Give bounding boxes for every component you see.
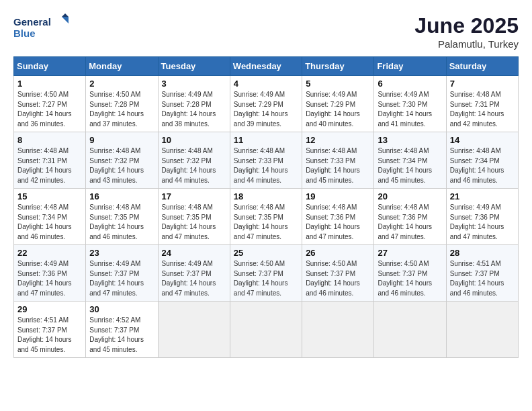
day-number: 5 xyxy=(306,79,370,89)
calendar-cell: 26 Sunrise: 4:50 AM Sunset: 7:37 PM Dayl… xyxy=(302,245,374,302)
day-info: Sunrise: 4:49 AM Sunset: 7:29 PM Dayligh… xyxy=(234,90,298,129)
location-subtitle: Palamutlu, Turkey xyxy=(414,38,519,50)
day-info: Sunrise: 4:48 AM Sunset: 7:34 PM Dayligh… xyxy=(450,146,515,185)
calendar-cell: 2 Sunrise: 4:50 AM Sunset: 7:28 PM Dayli… xyxy=(86,76,158,132)
logo: General Blue xyxy=(13,13,74,44)
day-info: Sunrise: 4:49 AM Sunset: 7:36 PM Dayligh… xyxy=(17,259,82,298)
calendar-cell: 8 Sunrise: 4:48 AM Sunset: 7:31 PM Dayli… xyxy=(14,132,86,189)
day-number: 1 xyxy=(17,79,82,89)
calendar-cell xyxy=(230,302,302,358)
day-info: Sunrise: 4:49 AM Sunset: 7:30 PM Dayligh… xyxy=(378,90,442,129)
calendar-cell: 18 Sunrise: 4:48 AM Sunset: 7:35 PM Dayl… xyxy=(230,189,302,245)
calendar-cell: 27 Sunrise: 4:50 AM Sunset: 7:37 PM Dayl… xyxy=(374,245,446,302)
day-info: Sunrise: 4:50 AM Sunset: 7:27 PM Dayligh… xyxy=(17,90,82,129)
page-header: General Blue June 2025 Palamutlu, Turkey xyxy=(13,13,519,50)
day-header: Wednesday xyxy=(230,57,302,76)
svg-text:Blue: Blue xyxy=(13,28,36,39)
day-number: 14 xyxy=(450,135,515,145)
calendar-cell: 13 Sunrise: 4:48 AM Sunset: 7:34 PM Dayl… xyxy=(374,132,446,189)
day-number: 12 xyxy=(306,135,370,145)
calendar-cell: 10 Sunrise: 4:48 AM Sunset: 7:32 PM Dayl… xyxy=(158,132,230,189)
calendar-cell: 14 Sunrise: 4:48 AM Sunset: 7:34 PM Dayl… xyxy=(446,132,518,189)
day-number: 13 xyxy=(378,135,442,145)
svg-marker-3 xyxy=(62,13,69,17)
day-number: 19 xyxy=(306,191,370,201)
day-info: Sunrise: 4:50 AM Sunset: 7:28 PM Dayligh… xyxy=(89,90,154,129)
day-info: Sunrise: 4:49 AM Sunset: 7:28 PM Dayligh… xyxy=(162,90,226,129)
day-number: 2 xyxy=(89,79,154,89)
day-number: 28 xyxy=(450,248,515,258)
day-number: 30 xyxy=(89,304,154,314)
day-info: Sunrise: 4:48 AM Sunset: 7:34 PM Dayligh… xyxy=(17,203,82,242)
day-info: Sunrise: 4:51 AM Sunset: 7:37 PM Dayligh… xyxy=(450,259,515,298)
calendar-cell: 22 Sunrise: 4:49 AM Sunset: 7:36 PM Dayl… xyxy=(14,245,86,302)
logo-svg: General Blue xyxy=(13,13,74,44)
calendar-cell: 21 Sunrise: 4:49 AM Sunset: 7:36 PM Dayl… xyxy=(446,189,518,245)
calendar-cell xyxy=(158,302,230,358)
day-number: 6 xyxy=(378,79,442,89)
day-info: Sunrise: 4:52 AM Sunset: 7:37 PM Dayligh… xyxy=(89,316,154,355)
calendar-cell xyxy=(446,302,518,358)
day-info: Sunrise: 4:48 AM Sunset: 7:32 PM Dayligh… xyxy=(162,146,226,185)
day-header: Thursday xyxy=(302,57,374,76)
calendar-cell: 6 Sunrise: 4:49 AM Sunset: 7:30 PM Dayli… xyxy=(374,76,446,132)
day-info: Sunrise: 4:48 AM Sunset: 7:35 PM Dayligh… xyxy=(234,203,298,242)
day-info: Sunrise: 4:50 AM Sunset: 7:37 PM Dayligh… xyxy=(306,259,370,298)
calendar-cell: 12 Sunrise: 4:48 AM Sunset: 7:33 PM Dayl… xyxy=(302,132,374,189)
day-number: 10 xyxy=(162,135,226,145)
calendar-cell: 15 Sunrise: 4:48 AM Sunset: 7:34 PM Dayl… xyxy=(14,189,86,245)
day-info: Sunrise: 4:48 AM Sunset: 7:36 PM Dayligh… xyxy=(378,203,442,242)
day-info: Sunrise: 4:50 AM Sunset: 7:37 PM Dayligh… xyxy=(234,259,298,298)
calendar-cell: 19 Sunrise: 4:48 AM Sunset: 7:36 PM Dayl… xyxy=(302,189,374,245)
day-number: 23 xyxy=(89,248,154,258)
day-number: 4 xyxy=(234,79,298,89)
day-number: 18 xyxy=(234,191,298,201)
day-number: 20 xyxy=(378,191,442,201)
calendar-cell: 23 Sunrise: 4:49 AM Sunset: 7:37 PM Dayl… xyxy=(86,245,158,302)
day-number: 9 xyxy=(89,135,154,145)
calendar-cell: 17 Sunrise: 4:48 AM Sunset: 7:35 PM Dayl… xyxy=(158,189,230,245)
day-number: 25 xyxy=(234,248,298,258)
day-header: Saturday xyxy=(446,57,518,76)
day-number: 22 xyxy=(17,248,82,258)
calendar-cell: 24 Sunrise: 4:49 AM Sunset: 7:37 PM Dayl… xyxy=(158,245,230,302)
day-info: Sunrise: 4:48 AM Sunset: 7:33 PM Dayligh… xyxy=(306,146,370,185)
day-number: 3 xyxy=(162,79,226,89)
day-info: Sunrise: 4:48 AM Sunset: 7:35 PM Dayligh… xyxy=(89,203,154,242)
day-info: Sunrise: 4:49 AM Sunset: 7:29 PM Dayligh… xyxy=(306,90,370,129)
calendar-cell: 5 Sunrise: 4:49 AM Sunset: 7:29 PM Dayli… xyxy=(302,76,374,132)
calendar-cell: 16 Sunrise: 4:48 AM Sunset: 7:35 PM Dayl… xyxy=(86,189,158,245)
calendar-cell xyxy=(374,302,446,358)
day-info: Sunrise: 4:48 AM Sunset: 7:36 PM Dayligh… xyxy=(306,203,370,242)
day-number: 8 xyxy=(17,135,82,145)
day-info: Sunrise: 4:50 AM Sunset: 7:37 PM Dayligh… xyxy=(378,259,442,298)
calendar-cell: 9 Sunrise: 4:48 AM Sunset: 7:32 PM Dayli… xyxy=(86,132,158,189)
calendar-cell: 29 Sunrise: 4:51 AM Sunset: 7:37 PM Dayl… xyxy=(14,302,86,358)
day-number: 26 xyxy=(306,248,370,258)
day-info: Sunrise: 4:48 AM Sunset: 7:31 PM Dayligh… xyxy=(17,146,82,185)
day-number: 15 xyxy=(17,191,82,201)
calendar-cell: 3 Sunrise: 4:49 AM Sunset: 7:28 PM Dayli… xyxy=(158,76,230,132)
day-number: 17 xyxy=(162,191,226,201)
day-number: 7 xyxy=(450,79,515,89)
day-header: Friday xyxy=(374,57,446,76)
day-info: Sunrise: 4:48 AM Sunset: 7:32 PM Dayligh… xyxy=(89,146,154,185)
day-info: Sunrise: 4:49 AM Sunset: 7:37 PM Dayligh… xyxy=(89,259,154,298)
day-number: 16 xyxy=(89,191,154,201)
day-header: Sunday xyxy=(14,57,86,76)
calendar-cell: 4 Sunrise: 4:49 AM Sunset: 7:29 PM Dayli… xyxy=(230,76,302,132)
calendar-cell: 30 Sunrise: 4:52 AM Sunset: 7:37 PM Dayl… xyxy=(86,302,158,358)
day-number: 21 xyxy=(450,191,515,201)
calendar-cell xyxy=(302,302,374,358)
day-info: Sunrise: 4:49 AM Sunset: 7:36 PM Dayligh… xyxy=(450,203,515,242)
calendar-cell: 7 Sunrise: 4:48 AM Sunset: 7:31 PM Dayli… xyxy=(446,76,518,132)
calendar-cell: 25 Sunrise: 4:50 AM Sunset: 7:37 PM Dayl… xyxy=(230,245,302,302)
day-info: Sunrise: 4:48 AM Sunset: 7:34 PM Dayligh… xyxy=(378,146,442,185)
calendar-cell: 28 Sunrise: 4:51 AM Sunset: 7:37 PM Dayl… xyxy=(446,245,518,302)
calendar-cell: 11 Sunrise: 4:48 AM Sunset: 7:33 PM Dayl… xyxy=(230,132,302,189)
day-info: Sunrise: 4:49 AM Sunset: 7:37 PM Dayligh… xyxy=(162,259,226,298)
svg-text:General: General xyxy=(13,16,51,28)
day-header: Monday xyxy=(86,57,158,76)
day-info: Sunrise: 4:48 AM Sunset: 7:31 PM Dayligh… xyxy=(450,90,515,129)
day-number: 27 xyxy=(378,248,442,258)
